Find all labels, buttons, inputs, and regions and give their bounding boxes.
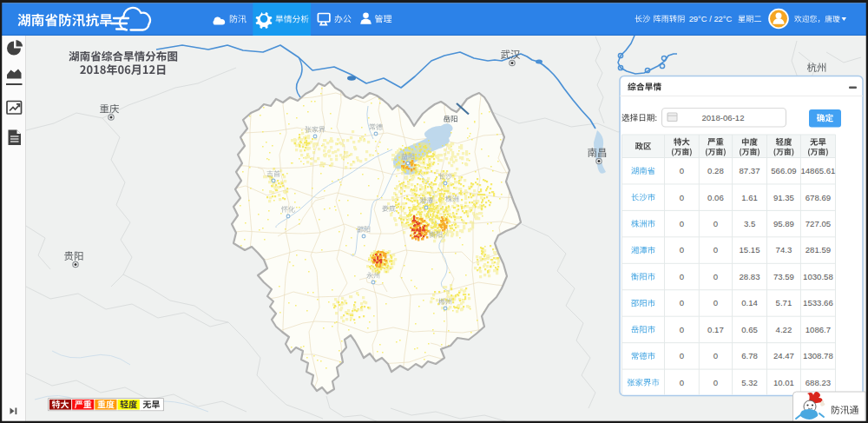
svg-text:28.83: 28.83 xyxy=(740,272,760,281)
svg-text:1030.58: 1030.58 xyxy=(803,272,833,281)
svg-text:0.17: 0.17 xyxy=(707,325,724,334)
svg-text:91.35: 91.35 xyxy=(773,193,794,202)
svg-text:29°C / 22°C: 29°C / 22°C xyxy=(689,14,733,23)
svg-text:0: 0 xyxy=(680,378,684,387)
svg-text:0: 0 xyxy=(713,298,718,307)
svg-text:0: 0 xyxy=(680,193,684,202)
svg-text:0.06: 0.06 xyxy=(707,193,724,202)
svg-text:15.15: 15.15 xyxy=(740,245,760,254)
svg-text:0: 0 xyxy=(713,219,718,228)
svg-text:0: 0 xyxy=(680,325,684,334)
svg-text:87.37: 87.37 xyxy=(740,166,760,175)
svg-text:1.61: 1.61 xyxy=(741,193,758,202)
svg-text:95.89: 95.89 xyxy=(773,219,794,228)
svg-text:0: 0 xyxy=(680,166,684,175)
svg-text:0: 0 xyxy=(680,245,684,254)
svg-text:10.01: 10.01 xyxy=(773,378,794,387)
svg-text:0: 0 xyxy=(713,272,718,281)
svg-text:24.47: 24.47 xyxy=(773,351,794,360)
svg-text:6.78: 6.78 xyxy=(741,351,758,360)
svg-text:14865.61: 14865.61 xyxy=(800,166,835,175)
svg-text:688.23: 688.23 xyxy=(806,378,831,387)
svg-text:281.59: 281.59 xyxy=(806,245,831,254)
svg-text:727.05: 727.05 xyxy=(806,219,831,228)
svg-text:4.22: 4.22 xyxy=(776,325,792,334)
svg-text:1086.7: 1086.7 xyxy=(806,325,831,334)
svg-text:0.14: 0.14 xyxy=(741,298,758,307)
svg-text:1308.78: 1308.78 xyxy=(803,351,833,360)
svg-text:0.28: 0.28 xyxy=(707,166,724,175)
svg-text:5.71: 5.71 xyxy=(776,298,792,307)
svg-text:0: 0 xyxy=(680,351,684,360)
svg-text:566.09: 566.09 xyxy=(771,166,796,175)
svg-text:74.3: 74.3 xyxy=(776,245,792,254)
svg-text:0: 0 xyxy=(680,219,684,228)
svg-text:5.32: 5.32 xyxy=(741,378,758,387)
svg-text:0.65: 0.65 xyxy=(741,325,758,334)
svg-text:1533.66: 1533.66 xyxy=(803,298,833,307)
svg-text:0: 0 xyxy=(680,298,684,307)
svg-text:678.69: 678.69 xyxy=(806,193,831,202)
svg-text:73.59: 73.59 xyxy=(773,272,794,281)
svg-text:0: 0 xyxy=(713,351,718,360)
svg-text:2018-06-12: 2018-06-12 xyxy=(701,113,744,122)
svg-text:3.5: 3.5 xyxy=(744,219,755,228)
svg-text:0: 0 xyxy=(713,245,718,254)
svg-text:0: 0 xyxy=(680,272,684,281)
svg-text:0: 0 xyxy=(713,378,718,387)
